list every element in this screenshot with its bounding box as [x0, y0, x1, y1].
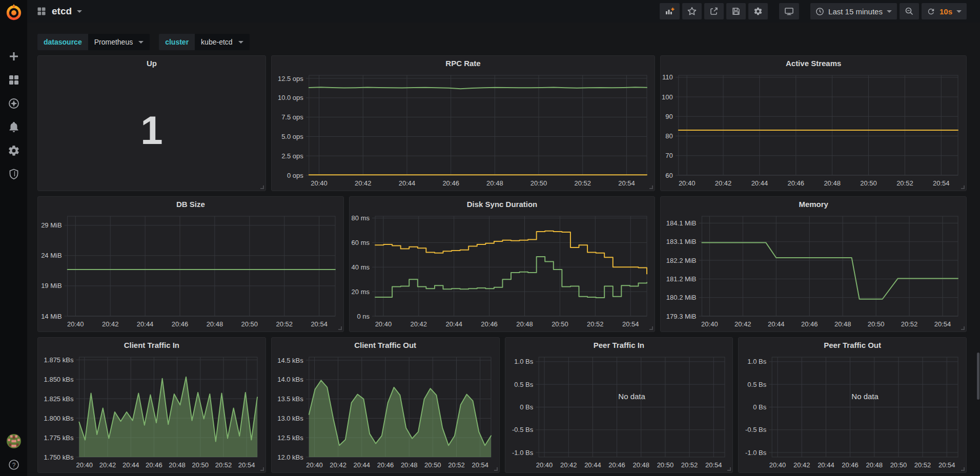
- settings-button[interactable]: [748, 3, 768, 19]
- star-button[interactable]: [682, 3, 702, 19]
- cycle-view-button[interactable]: [779, 3, 799, 19]
- panel-resize-handle[interactable]: [649, 326, 653, 330]
- svg-text:20:42: 20:42: [560, 461, 577, 469]
- svg-text:20:48: 20:48: [486, 179, 503, 187]
- panel-title[interactable]: Up: [38, 56, 266, 70]
- dashboards-icon[interactable]: [8, 74, 20, 86]
- stat-panel-body: 1: [38, 70, 266, 191]
- server-admin-icon[interactable]: [8, 168, 20, 180]
- svg-text:20:54: 20:54: [311, 320, 328, 328]
- chart-svg[interactable]: 12.0 kBs12.5 kBs13.0 kBs13.5 kBs14.0 kBs…: [272, 352, 499, 472]
- panel-title[interactable]: Active Streams: [661, 56, 966, 70]
- create-icon[interactable]: [8, 50, 20, 63]
- svg-text:60: 60: [666, 172, 673, 179]
- dashboard-squares-icon: [36, 6, 47, 16]
- panel-title[interactable]: Disk Sync Duration: [350, 197, 655, 211]
- panel-client-traffic-out: Client Traffic Out12.0 kBs12.5 kBs13.0 k…: [271, 337, 500, 473]
- panel-client-traffic-in: Client Traffic In1.750 kBs1.775 kBs1.800…: [37, 337, 266, 473]
- svg-text:0.5 Bs: 0.5 Bs: [748, 381, 767, 388]
- chart-svg[interactable]: 0 ns20 ms40 ms60 ms80 ms20:4020:4220:442…: [350, 211, 655, 332]
- panel-resize-handle[interactable]: [260, 467, 264, 471]
- svg-text:-1.0 Bs: -1.0 Bs: [745, 449, 767, 457]
- stat-value: 1: [38, 70, 266, 191]
- chart-svg[interactable]: 14 MiB19 MiB24 MiB29 MiB20:4020:4220:442…: [38, 211, 343, 332]
- svg-text:13.5 kBs: 13.5 kBs: [277, 395, 303, 403]
- chart-svg[interactable]: -1.0 Bs-0.5 Bs0 Bs0.5 Bs1.0 Bs20:4020:42…: [505, 352, 733, 472]
- toolbar: Last 15 minutes 10s: [660, 3, 967, 19]
- grafana-logo[interactable]: [5, 4, 23, 22]
- user-avatar[interactable]: [7, 434, 21, 448]
- panel-title[interactable]: Peer Traffic Out: [739, 338, 966, 352]
- svg-text:20:46: 20:46: [788, 179, 805, 187]
- svg-text:14.0 kBs: 14.0 kBs: [277, 376, 303, 383]
- panel-title[interactable]: RPC Rate: [272, 56, 655, 70]
- svg-text:90: 90: [666, 113, 673, 120]
- panel-resize-handle[interactable]: [961, 326, 965, 330]
- chart-svg[interactable]: 0 ops2.5 ops5.0 ops7.5 ops10.0 ops12.5 o…: [272, 70, 655, 191]
- svg-text:20:50: 20:50: [657, 461, 673, 469]
- chevron-down-icon: [887, 10, 892, 13]
- chart-area: 6070809010011020:4020:4220:4420:4620:482…: [661, 70, 966, 191]
- chart-area: 179.3 MiB180.2 MiB181.2 MiB182.2 MiB183.…: [661, 211, 966, 332]
- chart-svg[interactable]: 179.3 MiB180.2 MiB181.2 MiB182.2 MiB183.…: [661, 211, 966, 332]
- chart-svg[interactable]: 1.750 kBs1.775 kBs1.800 kBs1.825 kBs1.85…: [38, 352, 266, 472]
- variable-value-dropdown[interactable]: Prometheus: [88, 34, 150, 50]
- chart-area: 14 MiB19 MiB24 MiB29 MiB20:4020:4220:442…: [38, 211, 343, 332]
- scrollbar-thumb[interactable]: [977, 353, 979, 400]
- refresh-button[interactable]: 10s: [922, 3, 967, 19]
- svg-text:80 ms: 80 ms: [351, 214, 370, 222]
- variable-datasource: datasource Prometheus: [37, 34, 150, 50]
- chart-area: 0 ops2.5 ops5.0 ops7.5 ops10.0 ops12.5 o…: [272, 70, 655, 191]
- svg-text:20:42: 20:42: [410, 320, 427, 328]
- panel-title[interactable]: Peer Traffic In: [505, 338, 733, 352]
- panel-title[interactable]: DB Size: [38, 197, 343, 211]
- svg-text:20:50: 20:50: [890, 461, 907, 469]
- time-range-picker[interactable]: Last 15 minutes: [810, 3, 897, 19]
- app: ? etcd: [0, 0, 980, 476]
- panel-title[interactable]: Client Traffic Out: [272, 338, 499, 352]
- svg-text:20:42: 20:42: [99, 461, 116, 469]
- panel-active-streams: Active Streams6070809010011020:4020:4220…: [660, 55, 967, 191]
- panel-resize-handle[interactable]: [961, 467, 965, 471]
- svg-text:-1.0 Bs: -1.0 Bs: [512, 449, 534, 457]
- panel-memory: Memory179.3 MiB180.2 MiB181.2 MiB182.2 M…: [660, 196, 967, 332]
- svg-text:13.0 kBs: 13.0 kBs: [277, 415, 303, 422]
- svg-text:20:52: 20:52: [901, 320, 918, 328]
- panel-title[interactable]: Client Traffic In: [38, 338, 266, 352]
- panel-resize-handle[interactable]: [338, 326, 342, 330]
- svg-text:12.0 kBs: 12.0 kBs: [277, 453, 303, 461]
- svg-text:20:50: 20:50: [530, 179, 547, 187]
- chart-svg[interactable]: -1.0 Bs-0.5 Bs0 Bs0.5 Bs1.0 Bs20:4020:42…: [739, 352, 966, 472]
- svg-text:20:42: 20:42: [715, 179, 732, 187]
- breadcrumb: etcd: [36, 6, 82, 17]
- save-button[interactable]: [726, 3, 746, 19]
- panel-resize-handle[interactable]: [649, 185, 653, 189]
- svg-text:100: 100: [662, 93, 673, 101]
- panel-resize-handle[interactable]: [494, 467, 498, 471]
- help-icon[interactable]: ?: [8, 459, 20, 471]
- chart-svg[interactable]: 6070809010011020:4020:4220:4420:4620:482…: [661, 70, 966, 191]
- svg-text:20:46: 20:46: [442, 179, 459, 187]
- zoom-out-button[interactable]: [900, 3, 919, 19]
- add-panel-button[interactable]: [660, 3, 680, 19]
- svg-text:80: 80: [666, 132, 673, 140]
- svg-text:No data: No data: [618, 392, 645, 401]
- svg-text:20:52: 20:52: [215, 461, 232, 469]
- svg-text:20:44: 20:44: [818, 461, 834, 469]
- panel-resize-handle[interactable]: [260, 185, 264, 189]
- panel-peer-traffic-in: Peer Traffic In-1.0 Bs-0.5 Bs0 Bs0.5 Bs1…: [505, 337, 733, 473]
- svg-text:20:50: 20:50: [241, 320, 258, 328]
- explore-icon[interactable]: [8, 97, 20, 110]
- share-button[interactable]: [704, 3, 724, 19]
- svg-text:20:46: 20:46: [146, 461, 162, 469]
- dashboard-title[interactable]: etcd: [52, 6, 72, 17]
- variable-value-dropdown[interactable]: kube-etcd: [195, 34, 249, 50]
- chart-area: 0 ns20 ms40 ms60 ms80 ms20:4020:4220:442…: [350, 211, 655, 332]
- svg-text:1.775 kBs: 1.775 kBs: [44, 434, 74, 442]
- svg-text:1.875 kBs: 1.875 kBs: [44, 356, 74, 364]
- configuration-icon[interactable]: [8, 144, 20, 157]
- panel-resize-handle[interactable]: [961, 185, 965, 189]
- panel-title[interactable]: Memory: [661, 197, 966, 211]
- panel-resize-handle[interactable]: [727, 467, 731, 471]
- alerting-icon[interactable]: [8, 121, 20, 133]
